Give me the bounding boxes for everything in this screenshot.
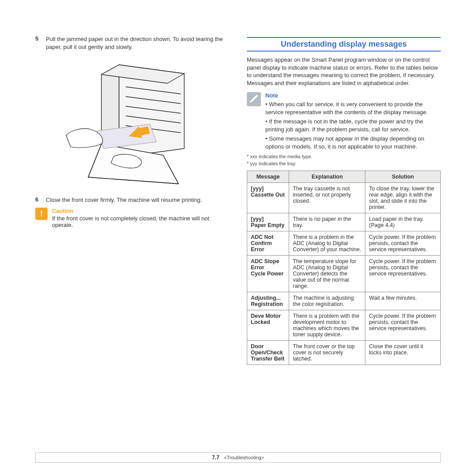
two-column-layout: 5 Pull the jammed paper out in the direc… xyxy=(35,35,441,365)
note-pencil-icon xyxy=(247,92,261,106)
table-header-row: Message Explanation Solution xyxy=(247,171,441,183)
table-row: [yyy] Cassette OutThe tray cassette is n… xyxy=(247,183,441,213)
th-explanation: Explanation xyxy=(289,171,365,183)
footnote-xxx: * xxx indicates the media type. xyxy=(247,154,441,159)
table-row: Deve Motor LockedThere is a problem with… xyxy=(247,310,441,341)
page-number-chapter: 7 xyxy=(212,454,215,461)
heading-rule-top xyxy=(247,37,441,38)
step-text: Close the front cover firmly. The machin… xyxy=(46,196,229,204)
cell-explanation: The temperature slope for ADC (Analog to… xyxy=(289,256,365,292)
footer-chapter: <Troubleshooting> xyxy=(224,455,264,460)
cell-message: [yyy] Cassette Out xyxy=(247,183,289,213)
page-number: 7.7 xyxy=(212,454,219,461)
note-bullet: • When you call for service, it is very … xyxy=(265,100,441,116)
cell-explanation: The machine is adjusting the color regis… xyxy=(289,292,365,310)
exclamation-icon: ! xyxy=(35,208,48,220)
caution-text: If the front cover is not completely clo… xyxy=(52,215,229,228)
cell-explanation: The tray cassette is not inserted, or no… xyxy=(289,183,365,213)
page-root: 5 Pull the jammed paper out in the direc… xyxy=(0,0,476,476)
note-callout: Note • When you call for service, it is … xyxy=(247,92,441,152)
cell-solution: Cycle power. If the problem persists, co… xyxy=(365,231,441,256)
note-bullet: • If the message is not in the table, cy… xyxy=(265,118,441,133)
cell-solution: Load paper in the tray. (Page 4.4) xyxy=(365,213,441,231)
table-row: [yyy] Paper EmptyThere is no paper in th… xyxy=(247,213,441,231)
step-number: 5 xyxy=(35,35,41,51)
cell-message: ADC Slope Error Cycle Power xyxy=(247,256,289,292)
note-title: Note xyxy=(265,92,441,99)
table-row: Door Open/Check Transfer BeltThe front c… xyxy=(247,341,441,365)
cell-solution: Cycle power. If the problem persists, co… xyxy=(365,256,441,292)
step-number: 6 xyxy=(35,196,41,204)
intro-paragraph: Messages appear on the Smart Panel progr… xyxy=(247,56,441,87)
caution-title: Caution xyxy=(52,208,229,214)
cell-message: Door Open/Check Transfer Belt xyxy=(247,341,289,365)
cell-solution: Wait a few minutes. xyxy=(365,292,441,310)
page-footer: 7.7 <Troubleshooting> xyxy=(35,452,441,463)
right-column: Understanding display messages Messages … xyxy=(247,35,441,365)
left-column: 5 Pull the jammed paper out in the direc… xyxy=(35,35,229,365)
table-row: Adjusting... RegistrationThe machine is … xyxy=(247,292,441,310)
cell-explanation: There is a problem with the development … xyxy=(289,310,365,341)
cell-solution: To close the tray, lower the rear edge, … xyxy=(365,183,441,213)
page-number-page: .7 xyxy=(215,454,219,461)
caution-callout: ! Caution If the front cover is not comp… xyxy=(35,208,229,228)
caution-content: Caution If the front cover is not comple… xyxy=(52,208,229,228)
step-5: 5 Pull the jammed paper out in the direc… xyxy=(35,35,229,51)
heading-rule-bottom xyxy=(247,51,441,52)
cell-message: [yyy] Paper Empty xyxy=(247,213,289,231)
th-message: Message xyxy=(247,171,289,183)
cell-solution: Cycle power. If the problem persists, co… xyxy=(365,310,441,341)
cell-message: Deve Motor Locked xyxy=(247,310,289,341)
table-row: ADC Not Confirm ErrorThere is a problem … xyxy=(247,231,441,256)
table-row: ADC Slope Error Cycle PowerThe temperatu… xyxy=(247,256,441,292)
note-bullet: • Some messages may not appear in the di… xyxy=(265,135,441,150)
cell-explanation: There is a problem in the ADC (Analog to… xyxy=(289,231,365,256)
footnote-yyy: * yyy indicates the tray. xyxy=(247,161,441,166)
step-6: 6 Close the front cover firmly. The mach… xyxy=(35,196,229,204)
cell-solution: Close the cover until it locks into plac… xyxy=(365,341,441,365)
cell-explanation: There is no paper in the tray. xyxy=(289,213,365,231)
display-messages-table: Message Explanation Solution [yyy] Casse… xyxy=(247,171,441,365)
printer-paper-jam-illustration xyxy=(62,56,203,188)
cell-message: ADC Not Confirm Error xyxy=(247,231,289,256)
note-content: Note • When you call for service, it is … xyxy=(265,92,441,152)
th-solution: Solution xyxy=(365,171,441,183)
step-text: Pull the jammed paper out in the directi… xyxy=(46,35,229,51)
cell-explanation: The front cover or the top cover is not … xyxy=(289,341,365,365)
section-heading: Understanding display messages xyxy=(247,40,441,49)
cell-message: Adjusting... Registration xyxy=(247,292,289,310)
